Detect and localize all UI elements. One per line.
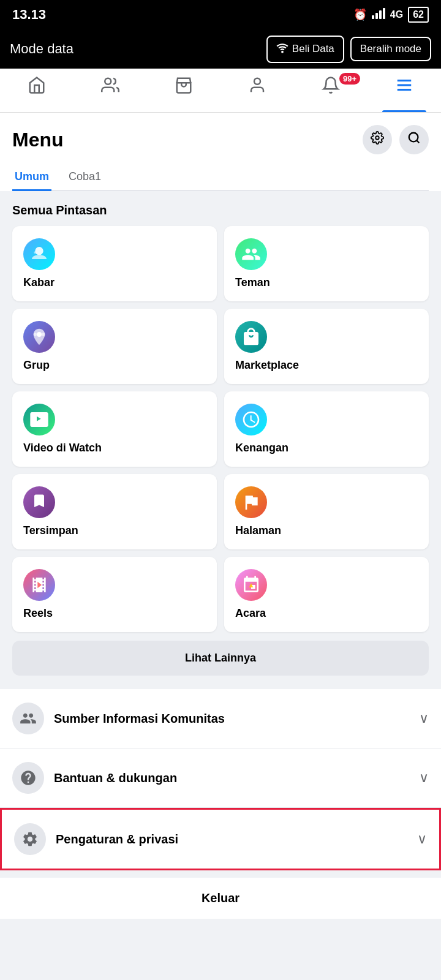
grup-icon <box>23 321 55 353</box>
signal-icon <box>372 8 385 22</box>
svg-rect-1 <box>375 13 378 19</box>
home-icon <box>28 76 46 99</box>
svg-point-13 <box>35 247 43 255</box>
settings-icon <box>371 131 384 148</box>
search-button[interactable] <box>399 125 429 154</box>
nav-notifications[interactable]: 99+ <box>294 68 368 112</box>
shortcut-kenangan[interactable]: Kenangan <box>224 391 429 467</box>
video-watch-icon <box>23 404 55 435</box>
menu-title: Menu <box>12 129 64 151</box>
beli-data-label: Beli Data <box>292 43 334 55</box>
shortcut-grup[interactable]: Grup <box>12 309 217 384</box>
bantuan-icon-circle <box>12 762 44 794</box>
status-bar: 13.13 ⏰ 4G 62 <box>0 0 441 29</box>
shortcut-video-watch[interactable]: Video di Watch <box>12 391 217 467</box>
shortcuts-grid: Kabar Teman <box>12 226 429 632</box>
komunitas-left: Sumber Informasi Komunitas <box>12 703 225 734</box>
search-icon <box>407 131 421 148</box>
svg-point-6 <box>254 78 260 84</box>
menu-nav-icon <box>395 76 413 99</box>
teman-icon <box>235 238 267 270</box>
info-sections: Sumber Informasi Komunitas ∨ Bantuan & d… <box>0 689 441 870</box>
svg-rect-0 <box>372 15 374 19</box>
menu-title-row: Menu <box>12 125 429 154</box>
shortcut-reels[interactable]: Reels <box>12 557 217 632</box>
kenangan-label: Kenangan <box>235 442 418 454</box>
marketplace-nav-icon <box>175 76 193 99</box>
notification-icon <box>322 76 340 99</box>
shortcut-kabar[interactable]: Kabar <box>12 226 217 301</box>
svg-point-17 <box>42 333 45 336</box>
komunitas-icon-circle <box>12 703 44 734</box>
svg-point-15 <box>37 332 42 337</box>
reels-icon <box>23 569 55 601</box>
pengaturan-chevron: ∨ <box>417 831 427 847</box>
menu-tabs: Umum Coba1 <box>12 164 429 191</box>
tersimpan-label: Tersimpan <box>23 524 206 537</box>
network-icon: 4G <box>390 9 403 20</box>
acara-label: Acara <box>235 607 418 620</box>
nav-friends[interactable] <box>74 68 147 112</box>
mode-bar-actions: Beli Data Beralih mode <box>266 36 431 63</box>
main-content: Menu <box>0 113 441 919</box>
keluar-section: Keluar <box>0 878 441 919</box>
pengaturan-icon-circle <box>14 823 46 855</box>
pengaturan-row[interactable]: Pengaturan & privasi ∨ <box>0 808 441 870</box>
beli-data-button[interactable]: Beli Data <box>266 36 344 63</box>
keluar-button[interactable]: Keluar <box>0 878 441 919</box>
mode-data-title: Mode data <box>10 41 74 57</box>
bantuan-label: Bantuan & dukungan <box>54 771 177 785</box>
alarm-icon: ⏰ <box>353 8 367 21</box>
notification-badge: 99+ <box>339 73 360 85</box>
shortcut-halaman[interactable]: Halaman <box>224 474 429 549</box>
marketplace-label: Marketplace <box>235 359 418 372</box>
acara-icon <box>235 569 267 601</box>
tab-umum[interactable]: Umum <box>12 164 51 191</box>
svg-point-10 <box>375 136 379 140</box>
komunitas-chevron: ∨ <box>419 710 429 726</box>
kabar-icon <box>23 238 55 270</box>
friends-icon <box>101 76 119 99</box>
nav-home[interactable] <box>0 68 74 112</box>
pengaturan-left: Pengaturan & privasi <box>14 823 178 855</box>
kabar-label: Kabar <box>23 276 206 289</box>
menu-header-icons <box>363 125 429 154</box>
nav-marketplace[interactable] <box>147 68 221 112</box>
svg-point-14 <box>34 251 36 254</box>
wifi-icon <box>276 42 288 57</box>
teman-label: Teman <box>235 276 418 289</box>
battery-icon: 62 <box>408 7 429 23</box>
status-time: 13.13 <box>12 7 46 23</box>
settings-button[interactable] <box>363 125 392 154</box>
profile-icon <box>248 76 266 99</box>
shortcut-teman[interactable]: Teman <box>224 226 429 301</box>
nav-menu[interactable] <box>368 68 441 112</box>
grup-label: Grup <box>23 359 206 372</box>
video-watch-label: Video di Watch <box>23 442 206 454</box>
shortcuts-section: Semua Pintasan Kabar <box>0 191 441 682</box>
shortcut-tersimpan[interactable]: Tersimpan <box>12 474 217 549</box>
section-title: Semua Pintasan <box>12 203 429 217</box>
bantuan-chevron: ∨ <box>419 770 429 786</box>
svg-point-16 <box>34 333 37 336</box>
bantuan-row[interactable]: Bantuan & dukungan ∨ <box>0 748 441 808</box>
lihat-lainnya-button[interactable]: Lihat Lainnya <box>12 641 429 676</box>
nav-profile[interactable] <box>221 68 294 112</box>
marketplace-icon <box>235 321 267 353</box>
shortcut-marketplace[interactable]: Marketplace <box>224 309 429 384</box>
reels-label: Reels <box>23 607 206 620</box>
bantuan-left: Bantuan & dukungan <box>12 762 177 794</box>
lihat-lainnya-label: Lihat Lainnya <box>185 652 256 664</box>
halaman-icon <box>235 486 267 518</box>
tersimpan-icon <box>23 486 55 518</box>
beralih-mode-label: Beralih mode <box>360 43 421 55</box>
tab-coba1[interactable]: Coba1 <box>66 164 104 191</box>
shortcut-acara[interactable]: Acara <box>224 557 429 632</box>
mode-data-bar: Mode data Beli Data Beralih mode <box>0 29 441 69</box>
halaman-label: Halaman <box>235 524 418 537</box>
komunitas-label: Sumber Informasi Komunitas <box>54 712 225 726</box>
komunitas-row[interactable]: Sumber Informasi Komunitas ∨ <box>0 689 441 748</box>
beralih-mode-button[interactable]: Beralih mode <box>350 37 431 61</box>
svg-point-4 <box>282 51 283 52</box>
status-icons: ⏰ 4G 62 <box>353 7 429 23</box>
